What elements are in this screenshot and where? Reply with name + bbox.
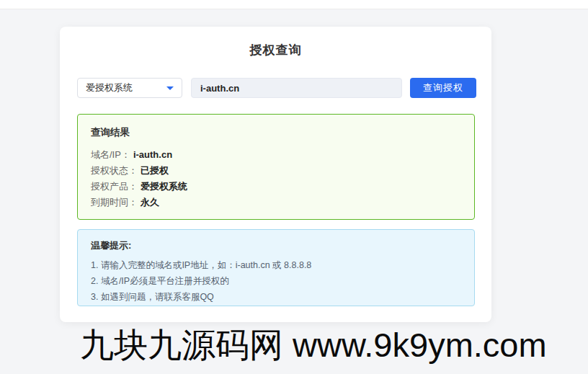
site-watermark: 九块九源码网 www.9k9ym.com <box>80 326 547 365</box>
result-header: 查询结果 <box>91 126 463 139</box>
auth-query-card: 授权查询 爱授权系统 查询授权 查询结果 域名/IP：i-auth.cn 授权状… <box>60 27 491 322</box>
result-label: 到期时间： <box>91 197 138 208</box>
result-row-status: 授权状态：已授权 <box>91 163 463 179</box>
query-result-panel: 查询结果 域名/IP：i-auth.cn 授权状态：已授权 授权产品：爱授权系统… <box>77 114 475 220</box>
result-row-product: 授权产品：爱授权系统 <box>91 179 463 195</box>
product-select-value: 爱授权系统 <box>86 81 133 94</box>
tips-panel: 温馨提示: 1. 请输入完整的域名或IP地址，如：i-auth.cn 或 8.8… <box>77 229 475 306</box>
result-value: 永久 <box>141 197 159 208</box>
query-auth-button[interactable]: 查询授权 <box>410 78 476 98</box>
result-label: 域名/IP： <box>91 149 130 160</box>
result-label: 授权产品： <box>91 181 138 192</box>
chevron-down-icon <box>166 86 174 90</box>
page-title: 授权查询 <box>60 27 491 59</box>
tip-line-3: 3. 如遇到问题，请联系客服QQ <box>91 289 463 305</box>
tip-line-2: 2. 域名/IP必须是平台注册并授权的 <box>91 273 463 289</box>
result-value: i-auth.cn <box>133 149 172 160</box>
tips-header: 温馨提示: <box>91 239 463 252</box>
result-row-expiry: 到期时间：永久 <box>91 195 463 210</box>
result-row-domain: 域名/IP：i-auth.cn <box>91 147 463 163</box>
query-form: 爱授权系统 查询授权 <box>77 78 476 98</box>
status-badge: 已授权 <box>141 165 169 176</box>
product-select[interactable]: 爱授权系统 <box>77 78 182 98</box>
browser-top-strip <box>0 0 588 9</box>
result-label: 授权状态： <box>91 165 138 176</box>
tip-line-1: 1. 请输入完整的域名或IP地址，如：i-auth.cn 或 8.8.8.8 <box>91 257 463 273</box>
result-value: 爱授权系统 <box>141 181 187 192</box>
domain-input[interactable] <box>191 78 402 98</box>
